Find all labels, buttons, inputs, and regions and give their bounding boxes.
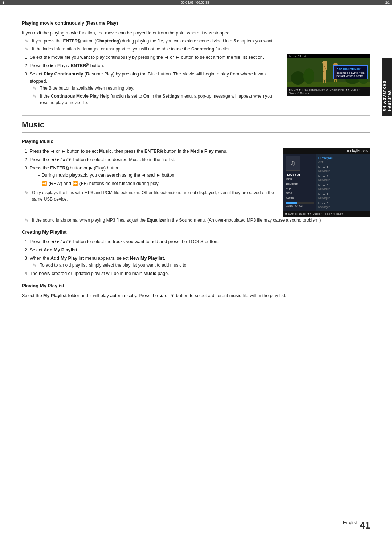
- playing-my-playlist-section: Playing My Playlist Select the My Playli…: [22, 282, 370, 299]
- resume-play-title: Playing movie continuously (Resume Play): [22, 20, 370, 27]
- svg-point-3: [303, 68, 314, 84]
- music-playlist-title: I Love you Jhon: [318, 155, 368, 164]
- playing-music-text: Press the ◄ or ► button to select Music,…: [22, 148, 276, 204]
- svg-rect-10: [325, 68, 326, 69]
- svg-rect-15: [323, 79, 324, 83]
- music-info: I Love You Jhon 1st Album Pop 2010 4.2MB: [286, 173, 314, 201]
- music-song-title: I Love You: [286, 173, 314, 177]
- music-year: 2010: [286, 191, 314, 196]
- step3-note2: If the Continuous Movie Play Help functi…: [30, 93, 279, 106]
- creating-playlist-step2: Select Add My Playlist.: [30, 246, 370, 254]
- playing-music-step2: Press the ◄/►/▲/▼ button to select the d…: [30, 156, 276, 163]
- resume-play-section: Playing movie continuously (Resume Play)…: [22, 20, 370, 108]
- svg-rect-18: [336, 79, 337, 82]
- music-top-bar: ⏮ Playlist 3/15: [283, 148, 370, 154]
- music-track-2: Music 2 No Singer: [318, 173, 368, 182]
- playing-music-bullets: During music playback, you can search us…: [30, 172, 276, 187]
- side-tab: 04 Advanced Features: [382, 58, 392, 116]
- movie-screenshot: ◆ 00:04:03 / 00:07:38 1/1 Movie 01.avi: [287, 54, 370, 96]
- svg-rect-16: [325, 79, 326, 83]
- svg-rect-17: [334, 79, 335, 82]
- movie-bottom-bar: ■ SUM ► Play continuously ⌘ Chaptering ◄…: [287, 87, 370, 96]
- playing-my-playlist-text: Select the My Playlist folder and it wil…: [22, 292, 370, 299]
- playing-music-step1: Press the ◄ or ► button to select Music,…: [30, 148, 276, 155]
- movie-filename: Movie 01.avi: [287, 54, 370, 58]
- resume-content-row: Select the movie file you want to play c…: [22, 54, 370, 108]
- music-size: 4.2MB: [286, 196, 314, 201]
- playing-my-playlist-title: Playing My Playlist: [22, 282, 370, 290]
- resume-step-2: Press the ▶ (Play) / ENTER⎗ button.: [30, 62, 279, 69]
- music-progress-fill: [286, 202, 297, 204]
- music-track-1: Music 1 No Singer: [318, 164, 368, 173]
- playing-music-title: Playing Music: [22, 138, 370, 145]
- resume-steps-list: Select the movie file you want to play c…: [22, 54, 279, 106]
- resume-steps-text: Select the movie file you want to play c…: [22, 54, 279, 108]
- music-controls: ■ SUM Ⅱ Pause ◄► Jump ≡ Tools ↩ Return: [285, 212, 343, 215]
- music-right-panel: I Love you Jhon Music 1 No Singer Music …: [316, 154, 370, 211]
- resume-play-intro: If you exit the playing movie function, …: [22, 29, 370, 37]
- svg-point-2: [291, 71, 305, 85]
- side-tab-label: 04 Advanced Features: [382, 63, 392, 111]
- music-left-panel: ♫ I Love You Jhon 1st Album Pop 2010 4.2…: [283, 154, 316, 211]
- music-track-4: Music 4 No Singer: [318, 192, 368, 201]
- music-album: 1st Album: [286, 182, 314, 186]
- music-main: ♫ I Love You Jhon 1st Album Pop 2010 4.2…: [283, 154, 370, 211]
- music-time: 01:10 / 04:02: [286, 204, 303, 208]
- page-footer: English 41: [0, 520, 392, 531]
- section-divider: [22, 115, 370, 116]
- music-track-3: Music 3 No Singer: [318, 182, 368, 192]
- footer-text: English: [343, 520, 359, 531]
- music-progress-bar: [286, 202, 314, 204]
- playing-music-bullet2: ⏪ (REW) and ⏩ (FF) buttons do not functi…: [38, 180, 276, 187]
- music-progress: 01:10 / 04:02: [286, 202, 314, 208]
- music-bottom-bar: ■ SUM Ⅱ Pause ◄► Jump ≡ Tools ↩ Return: [283, 211, 370, 217]
- playing-music-note2: If the sound is abnormal when playing MP…: [22, 217, 370, 223]
- music-screenshot: ⏮ Playlist 3/15 ♫ I Love You Jhon 1st Al…: [283, 148, 370, 217]
- step3-note1: The Blue button is available when resumi…: [30, 85, 279, 91]
- movie-popup-title: Play continuously: [336, 67, 365, 70]
- playing-music-steps: Press the ◄ or ► button to select Music,…: [22, 148, 276, 187]
- music-genre: Pop: [286, 186, 314, 191]
- resume-note1: If you press the ENTER⎗ button (Chapteri…: [22, 38, 370, 44]
- playing-music-bullet1: During music playback, you can search us…: [38, 172, 276, 179]
- movie-content: Play continuously Resumes playing from t…: [287, 58, 370, 87]
- svg-rect-9: [324, 66, 325, 67]
- svg-point-8: [322, 61, 327, 65]
- svg-rect-11: [323, 71, 324, 72]
- resume-step-1: Select the movie file you want to play c…: [30, 54, 279, 61]
- music-track-5: Music 5 No Singer: [318, 201, 368, 210]
- movie-popup-text: Resumes playing from the last viewed sce…: [336, 71, 365, 78]
- music-section: Music Playing Music Press the ◄ or ► but…: [22, 120, 370, 299]
- resume-note2: If the index information is damaged or u…: [22, 46, 370, 52]
- creating-playlist-section: Creating My Playlist Press the ◄/►/▲/▼ b…: [22, 229, 370, 278]
- page-number: 41: [360, 520, 370, 531]
- creating-playlist-step3: When the Add My Playlist menu appears, s…: [30, 255, 370, 268]
- music-note-icon: ♫: [286, 156, 300, 171]
- creating-playlist-step4: The newly created or updated playlist wi…: [30, 270, 370, 277]
- movie-controls: ■ SUM ► Play continuously ⌘ Chaptering ◄…: [289, 88, 368, 95]
- music-artist: Jhon: [286, 177, 314, 182]
- page-container: 04 Advanced Features Playing movie conti…: [0, 0, 392, 542]
- creating-playlist-steps: Press the ◄/►/▲/▼ button to select the t…: [22, 238, 370, 277]
- creating-playlist-note: To add to an old play list, simply selec…: [30, 262, 370, 268]
- playing-music-note1: Only displays the files with MP3 and PCM…: [22, 189, 276, 202]
- creating-playlist-title: Creating My Playlist: [22, 229, 370, 236]
- movie-popup: Play continuously Resumes playing from t…: [333, 65, 368, 79]
- music-top-right: ⏮ Playlist 3/15: [346, 149, 368, 153]
- playing-music-step3: Press the ENTER⎗ button or ▶ (Play) butt…: [30, 164, 276, 187]
- playing-music-content: Press the ◄ or ► button to select Music,…: [22, 148, 370, 217]
- resume-step-3: Select Play Continuously (Resume Play) b…: [30, 70, 279, 106]
- playing-music-subsection: Playing Music Press the ◄ or ► button to…: [22, 138, 370, 223]
- creating-playlist-step1: Press the ◄/►/▲/▼ button to select the t…: [30, 238, 370, 245]
- music-heading: Music: [22, 120, 370, 133]
